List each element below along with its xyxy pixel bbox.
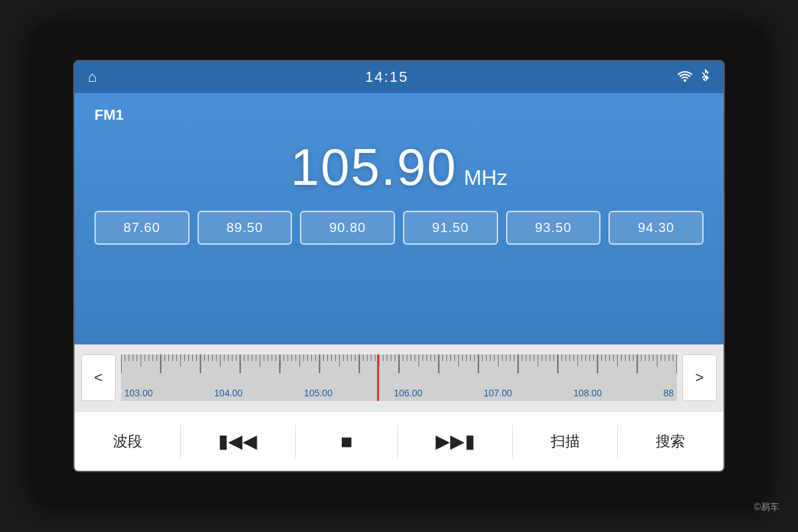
stop-button[interactable]: ■ — [320, 426, 373, 457]
presets: 87.60 89.50 90.80 91.50 93.50 94.30 — [94, 211, 704, 245]
preset-btn-6[interactable]: 94.30 — [608, 211, 704, 245]
frequency-needle — [377, 354, 379, 401]
frequency-display: 105.90 MHz — [94, 137, 704, 198]
band-label: FM1 — [94, 106, 704, 124]
divider-5 — [617, 425, 618, 458]
status-bar: ⌂ 14:15 — [74, 61, 724, 93]
next-icon: ▶▶▮ — [436, 432, 475, 451]
chevron-right-icon: > — [696, 369, 704, 386]
tuner-label-104: 104.00 — [214, 388, 243, 398]
home-icon[interactable]: ⌂ — [88, 68, 96, 86]
divider-3 — [397, 425, 398, 458]
preset-btn-3[interactable]: 90.80 — [300, 211, 395, 245]
tuner-labels: 103.00 104.00 105.00 106.00 107.00 108.0… — [121, 388, 677, 398]
watermark: ©易车 — [754, 501, 779, 513]
scan-button[interactable]: 扫描 — [537, 426, 593, 457]
search-button[interactable]: 搜索 — [642, 426, 698, 457]
chevron-left-icon: < — [94, 369, 103, 386]
tuner-label-103: 103.00 — [124, 388, 153, 398]
preset-btn-1[interactable]: 87.60 — [94, 211, 190, 245]
prev-icon: ▮◀◀ — [218, 432, 257, 451]
prev-button[interactable]: ▮◀◀ — [205, 427, 271, 456]
preset-btn-5[interactable]: 93.50 — [506, 211, 601, 245]
tuner-track: 103.00 104.00 105.00 106.00 107.00 108.0… — [121, 354, 677, 401]
status-time: 14:15 — [365, 68, 408, 86]
frequency-value: 105.90 — [291, 137, 458, 198]
divider-1 — [180, 425, 181, 458]
band-button[interactable]: 波段 — [100, 426, 156, 457]
wifi-icon — [677, 70, 693, 85]
tuner-area: < 103.00 104.00 105.00 106.00 107.00 — [74, 344, 724, 411]
preset-btn-2[interactable]: 89.50 — [198, 211, 293, 245]
preset-btn-4[interactable]: 91.50 — [403, 211, 498, 245]
bluetooth-icon — [700, 68, 710, 86]
tuner-prev-btn[interactable]: < — [81, 354, 116, 401]
stop-icon: ■ — [340, 432, 352, 452]
controls-bar: 波段 ▮◀◀ ■ ▶▶▮ 扫描 搜索 — [74, 411, 724, 471]
tuner-label-108: 108.00 — [573, 388, 602, 398]
tick-ruler — [121, 354, 677, 388]
status-icons — [677, 68, 710, 86]
tuner-track-container: 103.00 104.00 105.00 106.00 107.00 108.0… — [121, 354, 677, 401]
divider-4 — [512, 425, 513, 458]
main-content: FM1 105.90 MHz 87.60 89.50 90.80 91.50 9… — [74, 93, 724, 344]
tuner-label-106: 106.00 — [394, 388, 422, 398]
frequency-unit: MHz — [464, 166, 507, 190]
search-label: 搜索 — [656, 432, 685, 452]
screen: ⌂ 14:15 FM1 105.90 MHz — [73, 60, 725, 472]
scan-label: 扫描 — [551, 432, 580, 452]
next-button[interactable]: ▶▶▮ — [422, 427, 488, 456]
band-label-btn: 波段 — [113, 432, 142, 452]
tuner-label-105: 105.00 — [304, 388, 332, 398]
tuner-next-btn[interactable]: > — [682, 354, 717, 401]
car-frame: ⌂ 14:15 FM1 105.90 MHz — [33, 27, 765, 505]
divider-2 — [295, 425, 296, 458]
tuner-label-107: 107.00 — [483, 388, 512, 398]
tuner-label-88: 88 — [663, 388, 674, 398]
